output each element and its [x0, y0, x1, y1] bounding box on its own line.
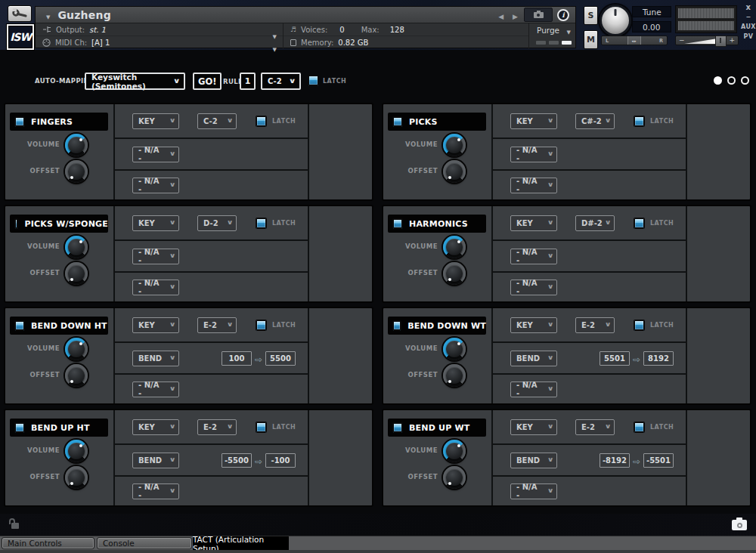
- articulation-enable-checkbox[interactable]: [393, 423, 402, 432]
- auto-latch-checkbox[interactable]: [308, 76, 318, 85]
- condition2-dropdown[interactable]: - N/A -: [132, 249, 179, 264]
- tab-console[interactable]: Console: [97, 537, 192, 549]
- condition3-dropdown[interactable]: - N/A -: [132, 382, 179, 397]
- trigger-key-dropdown[interactable]: D#-2: [575, 215, 615, 231]
- condition2-dropdown[interactable]: BEND: [510, 351, 557, 366]
- tab-tact-articulation-setup[interactable]: TACT (Articulation Setup): [193, 536, 289, 551]
- trigger-type-dropdown[interactable]: KEY: [132, 317, 179, 333]
- condition2-dropdown[interactable]: BEND: [510, 453, 557, 468]
- aux-button[interactable]: aux: [741, 24, 756, 31]
- condition3-dropdown[interactable]: - N/A -: [132, 483, 179, 499]
- offset-knob[interactable]: [443, 160, 466, 183]
- info-icon[interactable]: [557, 9, 569, 21]
- volume-knob[interactable]: [65, 134, 88, 156]
- latch-checkbox[interactable]: [256, 218, 266, 228]
- prev-instrument-icon[interactable]: [498, 8, 503, 22]
- page-dot-2[interactable]: [727, 76, 736, 85]
- tab-main-controls[interactable]: Main Controls: [2, 537, 94, 549]
- trigger-key-dropdown[interactable]: D-2: [197, 215, 237, 231]
- trigger-type-dropdown[interactable]: KEY: [132, 113, 179, 129]
- pan-handle[interactable]: [627, 36, 641, 45]
- latch-checkbox[interactable]: [634, 116, 644, 126]
- condition3-dropdown[interactable]: - N/A -: [510, 280, 557, 295]
- minimize-button[interactable]: −: [745, 14, 751, 21]
- trigger-key-dropdown[interactable]: E-2: [197, 419, 237, 435]
- condition2-dropdown[interactable]: - N/A -: [510, 147, 557, 162]
- tune-knob[interactable]: [600, 5, 631, 36]
- volume-knob[interactable]: [443, 236, 466, 258]
- offset-knob[interactable]: [65, 466, 88, 489]
- condition2-dropdown[interactable]: BEND: [132, 351, 179, 366]
- page-dot-1[interactable]: [714, 76, 722, 85]
- mute-button[interactable]: M: [584, 30, 598, 49]
- trigger-type-dropdown[interactable]: KEY: [132, 215, 179, 231]
- offset-knob[interactable]: [443, 262, 466, 285]
- bend-to-field[interactable]: -100: [265, 453, 296, 468]
- latch-checkbox[interactable]: [634, 320, 644, 330]
- articulation-enable-checkbox[interactable]: [15, 423, 24, 432]
- articulation-enable-checkbox[interactable]: [15, 219, 17, 228]
- rule-field[interactable]: 1: [240, 73, 256, 90]
- volume-handle[interactable]: [715, 36, 727, 47]
- max-value[interactable]: 128: [390, 26, 404, 34]
- articulation-enable-checkbox[interactable]: [393, 117, 402, 126]
- condition3-dropdown[interactable]: - N/A -: [132, 280, 179, 295]
- bend-from-field[interactable]: 100: [222, 351, 252, 366]
- articulation-enable-checkbox[interactable]: [15, 117, 24, 126]
- volume-knob[interactable]: [65, 338, 88, 360]
- bend-from-field[interactable]: 5501: [600, 351, 630, 366]
- offset-knob[interactable]: [65, 262, 88, 285]
- start-key-dropdown[interactable]: C-2: [261, 73, 301, 90]
- trigger-key-dropdown[interactable]: C#-2: [575, 113, 615, 129]
- bend-to-field[interactable]: -5501: [643, 453, 674, 468]
- bend-to-field[interactable]: 5500: [265, 351, 296, 366]
- midi-row[interactable]: MIDI Ch: [A] 1: [36, 36, 283, 49]
- offset-knob[interactable]: [65, 364, 88, 387]
- volume-knob[interactable]: [443, 440, 466, 462]
- pv-button[interactable]: pv: [744, 34, 754, 41]
- trigger-key-dropdown[interactable]: E-2: [575, 317, 615, 333]
- offset-knob[interactable]: [443, 466, 466, 489]
- latch-checkbox[interactable]: [634, 218, 644, 228]
- bend-to-field[interactable]: 8192: [643, 351, 674, 366]
- purge-menu[interactable]: Purge: [529, 23, 575, 36]
- edit-wrench-button[interactable]: [8, 5, 32, 22]
- mapping-mode-dropdown[interactable]: Keyswitch (Semitones): [85, 73, 185, 90]
- bend-from-field[interactable]: -8192: [600, 453, 630, 468]
- trigger-key-dropdown[interactable]: E-2: [575, 419, 615, 435]
- snapshot-camera-button[interactable]: [524, 8, 553, 22]
- page-dot-3[interactable]: [741, 76, 749, 85]
- pan-slider[interactable]: L R: [601, 36, 668, 45]
- latch-checkbox[interactable]: [634, 422, 644, 432]
- articulation-enable-checkbox[interactable]: [393, 219, 402, 228]
- trigger-type-dropdown[interactable]: KEY: [510, 215, 557, 231]
- condition2-dropdown[interactable]: - N/A -: [132, 147, 179, 162]
- lock-icon[interactable]: [9, 518, 21, 530]
- screenshot-camera-icon[interactable]: [732, 520, 747, 530]
- output-row[interactable]: Output: st. 1: [36, 23, 283, 36]
- volume-knob[interactable]: [443, 134, 466, 156]
- tune-value[interactable]: 0.00: [632, 21, 671, 32]
- trigger-type-dropdown[interactable]: KEY: [510, 317, 557, 333]
- volume-knob[interactable]: [443, 338, 466, 360]
- collapse-arrow-icon[interactable]: [46, 8, 50, 22]
- articulation-enable-checkbox[interactable]: [15, 321, 24, 330]
- volume-knob[interactable]: [65, 236, 88, 258]
- condition3-dropdown[interactable]: - N/A -: [510, 178, 557, 193]
- offset-knob[interactable]: [443, 364, 466, 387]
- condition3-dropdown[interactable]: - N/A -: [510, 382, 557, 397]
- latch-checkbox[interactable]: [256, 116, 266, 126]
- volume-knob[interactable]: [65, 440, 88, 462]
- condition3-dropdown[interactable]: - N/A -: [510, 483, 557, 499]
- volume-slider[interactable]: − +: [675, 36, 739, 45]
- condition2-dropdown[interactable]: BEND: [132, 453, 179, 468]
- bend-from-field[interactable]: -5500: [222, 453, 252, 468]
- latch-checkbox[interactable]: [256, 422, 266, 432]
- offset-knob[interactable]: [65, 160, 88, 183]
- condition3-dropdown[interactable]: - N/A -: [132, 178, 179, 193]
- midi-dropdown-icon[interactable]: [273, 40, 277, 54]
- articulation-enable-checkbox[interactable]: [393, 321, 401, 330]
- latch-checkbox[interactable]: [256, 320, 266, 330]
- solo-button[interactable]: S: [584, 6, 598, 25]
- close-button[interactable]: x: [746, 3, 751, 11]
